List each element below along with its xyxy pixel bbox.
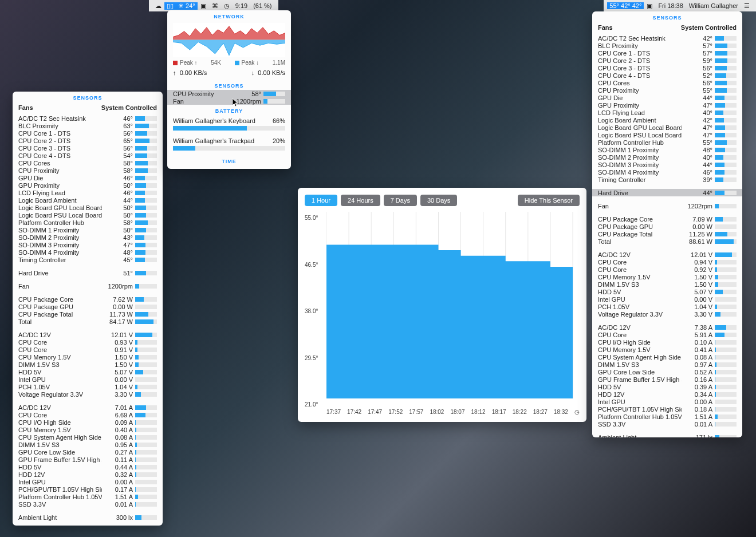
sensor-row[interactable]: CPU System Agent High Side 0.08 A (13, 433, 163, 441)
sensor-row[interactable]: CPU Memory 1.5V 0.41 A (592, 346, 742, 353)
sensor-row[interactable]: CPU Core 0.94 V (592, 258, 742, 266)
sensor-row[interactable]: Fan 1202rpm (592, 202, 742, 210)
fans-row[interactable]: Fans System Controlled (592, 22, 742, 34)
sensor-row[interactable]: PCH 1.05V 1.04 V (592, 303, 742, 310)
sensor-row[interactable]: AC/DC T2 Sec Heatsink 46° (13, 114, 163, 122)
menubar-datetime[interactable]: Fri 18:38 (655, 2, 686, 9)
sensor-row[interactable]: CPU Core 5.91 A (592, 331, 742, 338)
sensor-row[interactable]: CPU Core 4 - DTS 54° (13, 152, 163, 159)
sensor-row[interactable]: CPU Core 3 - DTS 56° (13, 144, 163, 152)
sensor-row[interactable]: CPU Proximity 58° (167, 90, 291, 97)
sensor-row[interactable]: GPU Proximity 50° (13, 181, 163, 189)
sensor-row[interactable]: LCD Flying Lead 46° (13, 189, 163, 196)
sensor-row[interactable]: HDD 5V 0.39 A (592, 383, 742, 390)
camera-icon[interactable]: ▣ (644, 2, 655, 10)
sensor-row[interactable]: CPU Core 6.69 A (13, 411, 163, 418)
istat-icon[interactable]: ▯▯ (164, 2, 176, 10)
sensor-row[interactable]: Voltage Regulator 3.3V 3.30 V (13, 390, 163, 398)
sensor-row[interactable]: CPU Core 0.92 V (592, 266, 742, 273)
sensor-row[interactable]: CPU Package Core 7.09 W (592, 215, 742, 223)
sensor-row[interactable]: SO-DIMM 3 Proximity 47° (13, 241, 163, 248)
istat-temps[interactable]: 55° 42° 42° (607, 2, 644, 9)
sensor-row[interactable]: SO-DIMM 2 Proximity 43° (13, 234, 163, 241)
sensor-row[interactable]: LCD Flying Lead 40° (592, 109, 742, 116)
sensor-row[interactable]: AC/DC 12V 12.01 V (13, 331, 163, 338)
sensor-row[interactable]: CPU Package GPU 0.00 W (13, 303, 163, 310)
sensor-row[interactable]: GPU Proximity 47° (592, 101, 742, 109)
sensor-row[interactable]: Intel GPU 0.00 V (592, 295, 742, 303)
sensor-row[interactable]: DIMM 1.5V S3 0.97 A (592, 361, 742, 368)
sensor-row[interactable]: Platform Controller Hub 58° (13, 219, 163, 226)
fans-row[interactable]: Fans System Controlled (13, 102, 163, 114)
sensor-row[interactable]: HDD 12V 0.34 A (592, 390, 742, 398)
sensor-row[interactable]: CPU Cores 56° (592, 79, 742, 86)
sensor-row[interactable]: CPU Core 0.93 V (13, 338, 163, 346)
sensor-row[interactable]: Intel GPU 0.00 A (592, 398, 742, 405)
sensor-row[interactable]: GPU Frame Buffer 1.5V High Side 0.16 A (592, 376, 742, 383)
sensor-row[interactable]: DIMM 1.5V S3 1.50 V (592, 281, 742, 288)
sensor-row[interactable]: HDD 12V 0.32 A (13, 471, 163, 478)
sensor-row[interactable]: HDD 5V 0.44 A (13, 463, 163, 471)
weather-badge[interactable]: ☀ 24° (176, 2, 198, 10)
sensor-row[interactable]: AC/DC 12V 7.38 A (592, 323, 742, 331)
sensor-row[interactable]: CPU Memory 1.5V 0.40 A (13, 426, 163, 433)
timerange-tab[interactable]: 7 Days (384, 195, 417, 206)
sensor-row[interactable]: SO-DIMM 3 Proximity 44° (592, 161, 742, 168)
sensor-row[interactable]: CPU Package Total 11.73 W (13, 310, 163, 318)
sensor-row[interactable]: SO-DIMM 4 Proximity 46° (592, 168, 742, 176)
sensor-row[interactable]: SO-DIMM 1 Proximity 50° (13, 226, 163, 234)
sensor-row[interactable]: CPU Memory 1.5V 1.50 V (13, 353, 163, 361)
sensor-row[interactable]: GPU Die 44° (592, 94, 742, 101)
sensor-row[interactable]: Intel GPU 0.00 V (13, 376, 163, 383)
network-chart[interactable] (173, 23, 285, 57)
sensor-row[interactable]: Fan 1200rpm (167, 97, 291, 105)
sensor-row[interactable]: Ambient Light 300 lx (13, 514, 163, 521)
sensor-row[interactable]: Hard Drive 51° (13, 269, 163, 277)
sensor-row[interactable]: CPU Package GPU 0.00 W (592, 223, 742, 230)
sensor-row[interactable]: Voltage Regulator 3.3V 3.30 V (592, 310, 742, 318)
battery-keyboard[interactable]: William Gallagher's Keyboard66% (167, 115, 291, 135)
sensor-row[interactable]: Logic Board PSU Local Board 47° (592, 131, 742, 139)
sensor-row[interactable]: CPU Core 0.91 V (13, 346, 163, 353)
sensor-row[interactable]: Timing Controller 39° (592, 176, 742, 183)
battery-trackpad[interactable]: William Gallagher's Trackpad20% (167, 135, 291, 155)
bt-icon[interactable]: ⌘ (209, 2, 221, 10)
sensor-row[interactable]: GPU Frame Buffer 1.5V High Side 0.11 A (13, 456, 163, 463)
sensor-row[interactable]: GPU Core Low Side 0.52 A (592, 368, 742, 376)
timerange-tab[interactable]: 1 Hour (305, 195, 337, 206)
sensor-row[interactable]: Total 84.17 W (13, 318, 163, 325)
sensor-row[interactable]: CPU I/O High Side 0.10 A (592, 338, 742, 346)
clock-icon[interactable]: ◷ (221, 2, 233, 10)
timerange-tab[interactable]: 24 Hours (341, 195, 380, 206)
sensor-row[interactable]: HDD 5V 5.07 V (13, 368, 163, 376)
sensor-row[interactable]: CPU Package Total 11.25 W (592, 230, 742, 238)
sensor-row[interactable]: SO-DIMM 1 Proximity 48° (592, 146, 742, 153)
sensor-row[interactable]: CPU System Agent High Side 0.08 A (592, 353, 742, 361)
sensor-row[interactable]: Hard Drive 44° (592, 189, 742, 196)
sensor-row[interactable]: CPU Proximity 58° (13, 167, 163, 174)
sensor-row[interactable]: Logic Board Ambient 42° (592, 116, 742, 124)
sensor-row[interactable]: PCH 1.05V 1.04 V (13, 383, 163, 390)
sensor-row[interactable]: CPU Core 3 - DTS 56° (592, 64, 742, 72)
sensor-row[interactable]: CPU Memory 1.5V 1.50 V (592, 273, 742, 281)
sensor-row[interactable]: SSD 3.3V 0.01 A (592, 420, 742, 428)
sensor-row[interactable]: CPU Core 1 - DTS 56° (13, 129, 163, 137)
sensor-row[interactable]: AC/DC 12V 7.01 A (13, 404, 163, 411)
sensor-row[interactable]: AC/DC T2 Sec Heatsink 42° (592, 34, 742, 42)
sensor-row[interactable]: Ambient Light 171 lx (592, 433, 742, 437)
sensor-row[interactable]: AC/DC 12V 12.01 V (592, 251, 742, 258)
sensor-row[interactable]: Logic Board Ambient 44° (13, 196, 163, 204)
sensor-row[interactable]: BLC Proximity 63° (13, 122, 163, 129)
menu-icon[interactable]: ☰ (741, 2, 753, 10)
camera-icon[interactable]: ▣ (198, 2, 209, 10)
sensor-row[interactable]: Platform Controller Hub 1.05V 1.51 A (13, 493, 163, 500)
sensor-row[interactable]: CPU Core 1 - DTS 57° (592, 49, 742, 57)
sensor-row[interactable]: Platform Controller Hub 1.05V 1.51 A (592, 413, 742, 420)
menubar-user[interactable]: William Gallagher (686, 2, 741, 9)
sensor-row[interactable]: Platform Controller Hub 55° (592, 139, 742, 146)
sensor-row[interactable]: GPU Die 46° (13, 174, 163, 181)
sensor-row[interactable]: CPU Package Core 7.62 W (13, 295, 163, 303)
sensor-row[interactable]: CPU Core 2 - DTS 65° (13, 137, 163, 144)
sensor-row[interactable]: CPU Core 4 - DTS 52° (592, 72, 742, 79)
cloud-icon[interactable]: ☁︎ (152, 2, 164, 10)
